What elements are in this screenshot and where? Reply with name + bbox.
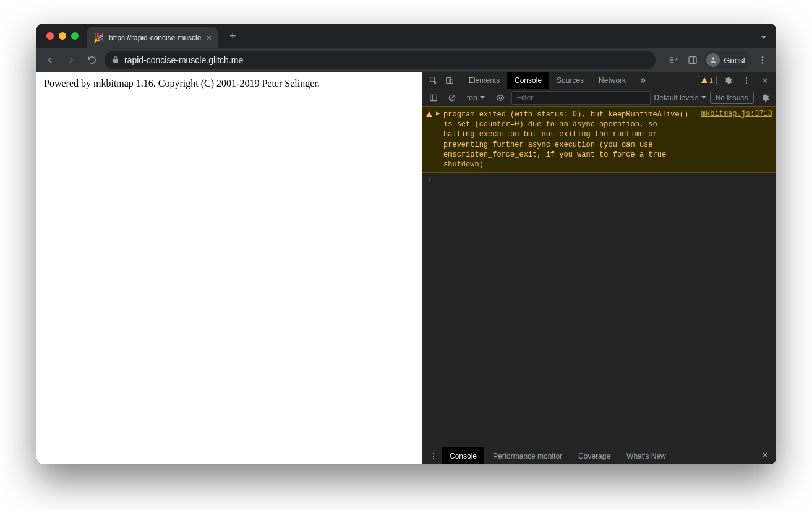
browser-menu-button[interactable] bbox=[754, 51, 771, 69]
svg-point-2 bbox=[762, 56, 764, 58]
devtools-settings-icon[interactable] bbox=[720, 73, 735, 88]
avatar-icon bbox=[706, 53, 720, 67]
console-settings-icon[interactable] bbox=[758, 90, 772, 105]
tabs-overflow-button[interactable] bbox=[633, 72, 652, 89]
svg-rect-11 bbox=[430, 95, 437, 100]
url-text: rapid-concise-muscle.glitch.me bbox=[124, 55, 243, 65]
lock-icon bbox=[112, 56, 119, 65]
forward-button[interactable] bbox=[62, 51, 80, 69]
tab-close-button[interactable]: × bbox=[207, 33, 212, 43]
svg-rect-0 bbox=[689, 57, 696, 64]
back-button[interactable] bbox=[41, 51, 59, 69]
filter-field[interactable] bbox=[511, 91, 651, 105]
svg-point-17 bbox=[433, 455, 434, 456]
media-control-icon[interactable] bbox=[664, 51, 682, 69]
warnings-badge[interactable]: 1 bbox=[698, 76, 717, 85]
warnings-count: 1 bbox=[709, 77, 713, 84]
filter-input[interactable] bbox=[511, 91, 651, 105]
tab-favicon-icon: 🎉 bbox=[93, 33, 104, 42]
tab-elements[interactable]: Elements bbox=[461, 72, 507, 89]
page-viewport[interactable]: Powered by mkbitmap 1.16. Copyright (C) … bbox=[36, 72, 422, 464]
svg-rect-6 bbox=[447, 77, 451, 83]
window-maximize-button[interactable] bbox=[71, 32, 79, 40]
issues-button[interactable]: No Issues bbox=[710, 92, 754, 104]
svg-point-3 bbox=[762, 59, 764, 61]
chevron-down-icon bbox=[701, 96, 706, 99]
tab-console[interactable]: Console bbox=[507, 72, 549, 89]
devtools-drawer: Console Performance monitor Coverage Wha… bbox=[422, 447, 776, 464]
devtools-menu-icon[interactable] bbox=[739, 73, 754, 88]
window-close-button[interactable] bbox=[46, 32, 54, 40]
inspect-element-icon[interactable] bbox=[426, 73, 441, 88]
browser-toolbar: rapid-concise-muscle.glitch.me Guest bbox=[36, 48, 776, 72]
profile-chip[interactable]: Guest bbox=[704, 51, 751, 69]
log-levels-selector[interactable]: Default levels bbox=[654, 93, 706, 102]
drawer-menu-icon[interactable] bbox=[426, 449, 441, 464]
browser-tab[interactable]: 🎉 https://rapid-concise-muscle.g × bbox=[87, 27, 218, 48]
device-toolbar-icon[interactable] bbox=[442, 73, 457, 88]
console-output[interactable]: ▶ program exited (with status: 0), but k… bbox=[422, 106, 776, 447]
svg-point-8 bbox=[746, 77, 747, 78]
console-prompt[interactable]: › bbox=[422, 173, 776, 186]
tab-network[interactable]: Network bbox=[591, 72, 633, 89]
svg-point-16 bbox=[433, 452, 434, 454]
page-body-text: Powered by mkbitmap 1.16. Copyright (C) … bbox=[44, 78, 414, 89]
svg-line-14 bbox=[450, 96, 454, 100]
window-minimize-button[interactable] bbox=[59, 32, 66, 40]
svg-point-18 bbox=[433, 457, 434, 459]
chevron-down-icon bbox=[480, 96, 485, 99]
devtools-tabs: Elements Console Sources Network 1 bbox=[422, 72, 776, 89]
svg-point-10 bbox=[746, 82, 747, 83]
reload-button[interactable] bbox=[83, 51, 101, 69]
drawer-tab-console[interactable]: Console bbox=[442, 447, 484, 464]
log-source-link[interactable]: mkbitmap.js:3718 bbox=[701, 110, 772, 170]
profile-label: Guest bbox=[724, 56, 745, 65]
toolbar-right-group: Guest bbox=[664, 51, 771, 69]
svg-point-15 bbox=[499, 97, 502, 99]
svg-point-4 bbox=[762, 62, 764, 64]
address-bar[interactable]: rapid-concise-muscle.glitch.me bbox=[105, 51, 656, 69]
side-panel-icon[interactable] bbox=[684, 51, 701, 69]
console-log-row[interactable]: ▶ program exited (with status: 0), but k… bbox=[422, 106, 776, 173]
log-message: program exited (with status: 0), but kee… bbox=[443, 110, 691, 170]
content-row: Powered by mkbitmap 1.16. Copyright (C) … bbox=[36, 72, 776, 464]
warning-icon bbox=[701, 77, 707, 83]
levels-label: Default levels bbox=[654, 93, 699, 102]
expand-caret-icon[interactable]: ▶ bbox=[436, 110, 440, 170]
drawer-tab-coverage[interactable]: Coverage bbox=[571, 447, 618, 464]
clear-console-icon[interactable] bbox=[445, 90, 459, 105]
window-dropdown-button[interactable] bbox=[761, 30, 766, 41]
drawer-tab-performance-monitor[interactable]: Performance monitor bbox=[485, 447, 570, 464]
tab-title: https://rapid-concise-muscle.g bbox=[109, 33, 202, 42]
traffic-lights bbox=[46, 32, 79, 40]
drawer-close-button[interactable] bbox=[758, 451, 772, 460]
svg-rect-7 bbox=[450, 79, 453, 83]
context-label: top bbox=[467, 93, 477, 102]
warning-icon bbox=[426, 111, 432, 117]
tab-sources[interactable]: Sources bbox=[549, 72, 591, 89]
console-toolbar: top Default levels No Issues bbox=[422, 89, 776, 106]
svg-point-9 bbox=[746, 79, 747, 80]
live-expression-icon[interactable] bbox=[493, 90, 508, 105]
drawer-tab-whats-new[interactable]: What's New bbox=[619, 447, 673, 464]
new-tab-button[interactable]: + bbox=[224, 27, 241, 45]
browser-window: 🎉 https://rapid-concise-muscle.g × + rap… bbox=[36, 24, 776, 464]
devtools-panel: Elements Console Sources Network 1 bbox=[422, 72, 776, 464]
context-selector[interactable]: top bbox=[463, 92, 489, 103]
prompt-caret-icon: › bbox=[427, 175, 432, 184]
tab-bar: 🎉 https://rapid-concise-muscle.g × + bbox=[36, 24, 776, 48]
console-sidebar-toggle-icon[interactable] bbox=[426, 90, 441, 105]
devtools-close-icon[interactable] bbox=[758, 73, 772, 88]
